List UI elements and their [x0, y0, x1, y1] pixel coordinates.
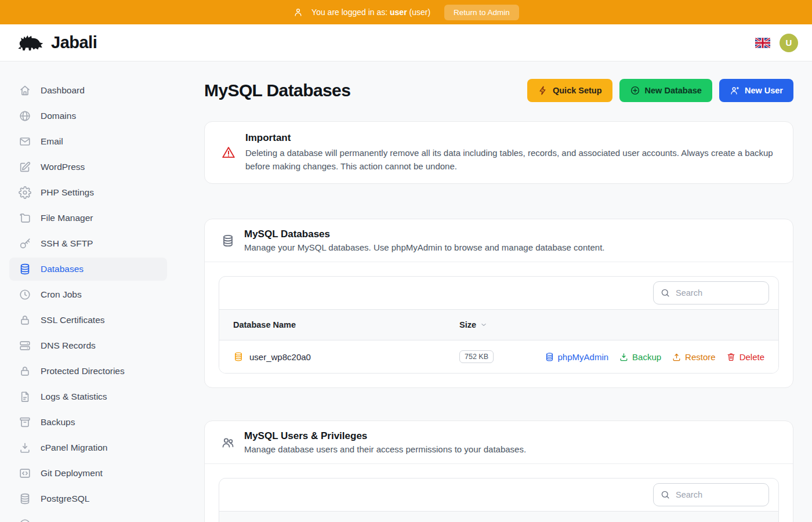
- quick-setup-button[interactable]: Quick Setup: [527, 79, 612, 102]
- users-card-description: Manage database users and their access p…: [244, 444, 526, 454]
- lock-icon: [19, 365, 31, 378]
- column-database-name: Database Name: [233, 320, 459, 329]
- logged-in-username: user: [390, 8, 407, 17]
- sidebar-item-cpanel-migration[interactable]: cPanel Migration: [9, 436, 167, 459]
- sidebar-nav: Dashboard Domains Email WordPress PHP Se…: [0, 61, 176, 522]
- sidebar-item-email[interactable]: Email: [9, 130, 167, 153]
- sidebar-item-databases[interactable]: Databases: [9, 258, 167, 281]
- databases-table: Database Name Size user_wp8c20a0: [219, 276, 779, 374]
- users-search-input[interactable]: [653, 483, 769, 506]
- edit-icon: [19, 161, 31, 173]
- sidebar-item-file-manager[interactable]: File Manager: [9, 206, 167, 230]
- download-icon: [19, 441, 31, 454]
- user-avatar[interactable]: U: [780, 34, 798, 52]
- sidebar-item-php-settings[interactable]: PHP Settings: [9, 181, 167, 204]
- server-icon: [19, 339, 31, 352]
- home-icon: [19, 84, 31, 97]
- important-warning-card: Important Deleting a database will perma…: [204, 121, 793, 184]
- new-user-button[interactable]: New User: [719, 79, 793, 102]
- database-icon: [19, 263, 31, 276]
- column-size-sort[interactable]: Size: [459, 320, 764, 329]
- database-row: user_wp8c20a0 752 KB phpMyAdmin: [219, 340, 778, 373]
- chevron-down-icon: [480, 321, 488, 329]
- database-icon: [545, 352, 554, 362]
- brand-home-link[interactable]: Jabali: [16, 31, 97, 55]
- sidebar-item-wordpress[interactable]: WordPress: [9, 155, 167, 179]
- mysql-users-card: MySQL Users & Privileges Manage database…: [204, 420, 793, 522]
- mysql-databases-card: MySQL Databases Manage your MySQL databa…: [204, 219, 793, 388]
- archive-icon: [19, 416, 31, 429]
- plus-circle-icon: [630, 85, 640, 96]
- impersonation-banner: You are logged in as: user (user) Return…: [0, 0, 812, 24]
- alert-title: Important: [245, 132, 777, 144]
- sidebar-item-ssl-certificates[interactable]: SSL Certificates: [9, 309, 167, 332]
- main-content: MySQL Databases Quick Setup New Database…: [176, 61, 812, 522]
- sidebar-item-domains[interactable]: Domains: [9, 104, 167, 128]
- sidebar-item-partial[interactable]: [9, 513, 167, 522]
- database-icon: [233, 351, 244, 362]
- sidebar-item-dashboard[interactable]: Dashboard: [9, 79, 167, 102]
- sidebar-item-protected-directories[interactable]: Protected Directories: [9, 360, 167, 383]
- sidebar-item-ssh-sftp[interactable]: SSH & SFTP: [9, 232, 167, 255]
- code-icon: [19, 467, 31, 480]
- doc-icon: [19, 390, 31, 403]
- page-title: MySQL Databases: [204, 81, 350, 100]
- key-icon: [19, 237, 31, 250]
- users-card-title: MySQL Users & Privileges: [244, 430, 526, 442]
- clock-icon: [19, 288, 31, 301]
- sidebar-item-dns-records[interactable]: DNS Records: [9, 334, 167, 357]
- user-plus-icon: [730, 85, 740, 96]
- delete-button[interactable]: Delete: [726, 352, 764, 362]
- users-table: User Database Privileges: [219, 478, 779, 522]
- upload-icon: [672, 352, 682, 362]
- sidebar-item-git-deployment[interactable]: Git Deployment: [9, 462, 167, 485]
- phpmyadmin-link[interactable]: phpMyAdmin: [545, 352, 609, 362]
- database-name: user_wp8c20a0: [249, 352, 311, 362]
- logged-in-as-text: You are logged in as: user (user): [311, 8, 430, 17]
- databases-card-description: Manage your MySQL databases. Use phpMyAd…: [244, 242, 604, 252]
- sidebar-item-cron-jobs[interactable]: Cron Jobs: [9, 283, 167, 306]
- databases-card-title: MySQL Databases: [244, 229, 604, 240]
- databases-search-input[interactable]: [653, 281, 769, 304]
- gear-icon: [19, 186, 31, 199]
- database-icon: [221, 234, 235, 248]
- trash-icon: [726, 352, 736, 362]
- globe-icon: [19, 110, 31, 122]
- new-database-button[interactable]: New Database: [619, 79, 712, 102]
- alert-body: Deleting a database will permanently rem…: [245, 147, 777, 173]
- mail-icon: [19, 135, 31, 148]
- restore-button[interactable]: Restore: [672, 352, 716, 362]
- brand-name: Jabali: [51, 33, 97, 52]
- sidebar-item-postgresql[interactable]: PostgreSQL: [9, 487, 167, 510]
- language-flag-uk-icon[interactable]: [755, 38, 770, 48]
- users-icon: [221, 436, 235, 449]
- sidebar-item-logs-statistics[interactable]: Logs & Statistics: [9, 385, 167, 408]
- database-icon: [19, 492, 31, 505]
- lightning-bolt-icon: [538, 85, 548, 96]
- person-icon: [293, 7, 303, 17]
- warning-triangle-icon: [221, 145, 236, 160]
- jabali-boar-logo-icon: [16, 31, 46, 55]
- folder-icon: [19, 212, 31, 224]
- app-header: Jabali U: [0, 24, 812, 61]
- sidebar-item-backups[interactable]: Backups: [9, 411, 167, 434]
- backup-button[interactable]: Backup: [619, 352, 661, 362]
- lock-icon: [19, 314, 31, 327]
- return-to-admin-button[interactable]: Return to Admin: [444, 5, 519, 20]
- circle-icon: [19, 518, 31, 522]
- download-icon: [619, 352, 629, 362]
- database-size-badge: 752 KB: [459, 350, 494, 363]
